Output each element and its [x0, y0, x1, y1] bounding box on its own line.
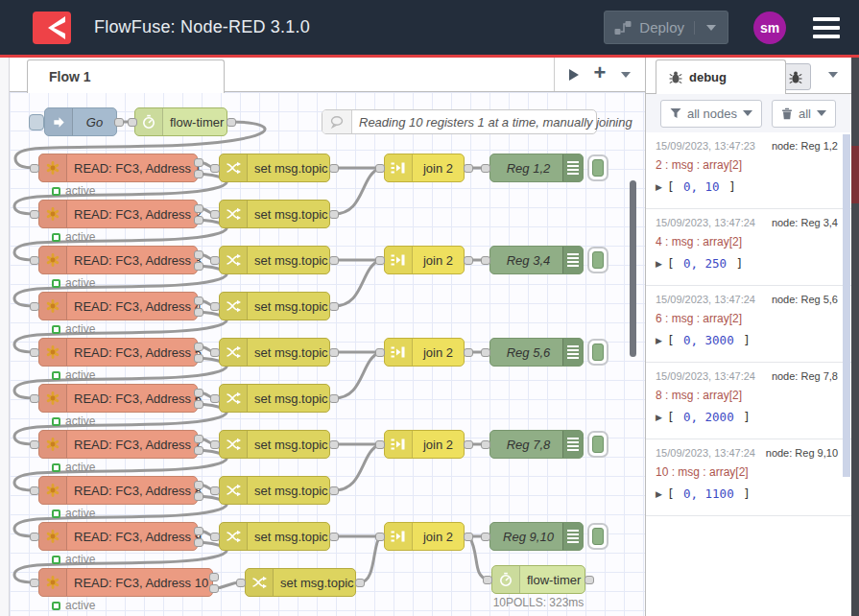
output-port[interactable] — [209, 573, 219, 581]
sidebar-options-chevron-icon[interactable] — [828, 72, 838, 78]
expand-arrow-icon[interactable]: ▶ — [656, 182, 662, 192]
debug-filter-button[interactable]: all nodes — [660, 100, 762, 128]
read-node[interactable]: READ: FC3, Address 5 — [38, 338, 198, 367]
output-port[interactable] — [194, 354, 203, 363]
change-node[interactable]: set msg.topic — [219, 522, 330, 551]
input-port[interactable] — [30, 440, 39, 449]
input-port[interactable] — [30, 210, 39, 219]
output-port[interactable] — [329, 164, 339, 173]
output-port[interactable] — [194, 435, 203, 443]
output-port[interactable] — [114, 118, 124, 127]
output-port[interactable] — [227, 118, 236, 127]
join-node[interactable]: join 2 — [384, 154, 465, 182]
next-tab-icon[interactable] — [569, 69, 579, 81]
output-port[interactable] — [585, 576, 594, 584]
expand-arrow-icon[interactable]: ▶ — [656, 489, 662, 499]
input-port[interactable] — [483, 576, 492, 584]
debug-node[interactable]: Reg 3,4 — [489, 246, 584, 274]
input-port[interactable] — [210, 210, 220, 219]
output-port[interactable] — [355, 579, 365, 587]
input-port[interactable] — [210, 256, 220, 265]
inject-node[interactable]: Go — [44, 107, 117, 136]
output-port[interactable] — [194, 216, 203, 225]
main-menu-button[interactable] — [811, 15, 842, 40]
output-port[interactable] — [329, 394, 339, 403]
input-port[interactable] — [210, 533, 220, 541]
output-port[interactable] — [194, 296, 203, 305]
input-port[interactable] — [210, 302, 220, 311]
join-node[interactable]: join 2 — [384, 338, 465, 367]
join-node[interactable]: join 2 — [384, 246, 465, 274]
input-port[interactable] — [30, 394, 39, 403]
output-port[interactable] — [194, 204, 203, 213]
input-port[interactable] — [210, 164, 220, 173]
read-node[interactable]: READ: FC3, Address 2 — [38, 200, 198, 228]
output-port[interactable] — [329, 533, 339, 541]
read-node[interactable]: READ: FC3, Address 3 — [38, 246, 198, 274]
input-port[interactable] — [375, 164, 385, 173]
input-port[interactable] — [375, 256, 385, 265]
change-node[interactable]: set msg.topic — [219, 476, 330, 505]
change-node[interactable]: set msg.topic — [219, 246, 330, 274]
change-node[interactable]: set msg.topic — [245, 568, 356, 597]
input-port[interactable] — [375, 533, 385, 541]
tab-flow-1[interactable]: Flow 1 — [27, 59, 225, 93]
expand-arrow-icon[interactable]: ▶ — [656, 259, 662, 269]
change-node[interactable]: set msg.topic — [219, 200, 330, 228]
output-port[interactable] — [329, 302, 339, 311]
input-port[interactable] — [210, 394, 220, 403]
output-port[interactable] — [329, 210, 339, 219]
debug-node[interactable]: Reg 5,6 — [489, 338, 584, 367]
output-port[interactable] — [194, 481, 203, 489]
debug-node[interactable]: Reg 7,8 — [489, 430, 584, 459]
input-port[interactable] — [481, 348, 490, 357]
input-port[interactable] — [481, 533, 490, 541]
input-port[interactable] — [30, 302, 39, 311]
debug-node[interactable]: Reg 1,2 — [489, 154, 584, 182]
output-port[interactable] — [194, 250, 203, 259]
output-port[interactable] — [464, 440, 473, 449]
canvas-vertical-scrollbar[interactable] — [630, 180, 636, 357]
user-avatar[interactable]: sm — [753, 12, 786, 44]
output-port[interactable] — [194, 538, 203, 547]
debug-clear-button[interactable]: all — [772, 100, 836, 128]
input-port[interactable] — [30, 348, 39, 357]
output-port[interactable] — [329, 348, 339, 357]
read-node[interactable]: READ: FC3, Address 6 — [38, 384, 198, 413]
timer-node[interactable]: flow-timer — [491, 565, 585, 594]
input-port[interactable] — [210, 348, 220, 357]
output-port[interactable] — [194, 262, 203, 271]
output-port[interactable] — [194, 158, 203, 167]
window-scrollbar-strip[interactable] — [851, 58, 859, 616]
read-node[interactable]: READ: FC3, Address 9 — [38, 522, 198, 551]
deploy-button[interactable]: Deploy — [604, 11, 728, 44]
change-node[interactable]: set msg.topic — [219, 338, 330, 367]
output-port[interactable] — [464, 348, 473, 357]
tab-debug[interactable]: debug — [656, 59, 786, 94]
debug-toggle-button[interactable] — [587, 247, 608, 273]
output-port[interactable] — [329, 486, 339, 495]
expand-arrow-icon[interactable]: ▶ — [656, 336, 662, 345]
change-node[interactable]: set msg.topic — [219, 384, 330, 413]
input-port[interactable] — [30, 164, 39, 173]
debug-node[interactable]: Reg 9,10 — [489, 522, 584, 551]
input-port[interactable] — [481, 164, 490, 173]
output-port[interactable] — [194, 446, 203, 455]
input-port[interactable] — [481, 440, 490, 449]
expand-arrow-icon[interactable]: ▶ — [656, 413, 662, 422]
debug-toggle-button[interactable] — [587, 523, 608, 550]
output-port[interactable] — [194, 170, 203, 178]
read-node[interactable]: READ: FC3, Address 10 — [38, 568, 213, 597]
debug-list-scrollbar[interactable] — [843, 134, 850, 477]
input-port[interactable] — [210, 486, 220, 495]
input-port[interactable] — [375, 440, 385, 449]
tab-list-chevron-icon[interactable] — [621, 72, 631, 78]
output-port[interactable] — [194, 389, 203, 397]
input-port[interactable] — [375, 348, 385, 357]
input-port[interactable] — [30, 486, 39, 495]
output-port[interactable] — [464, 533, 473, 541]
read-node[interactable]: READ: FC3, Address 8 — [38, 476, 198, 505]
input-port[interactable] — [481, 256, 490, 265]
input-port[interactable] — [30, 533, 39, 541]
output-port[interactable] — [464, 256, 473, 265]
